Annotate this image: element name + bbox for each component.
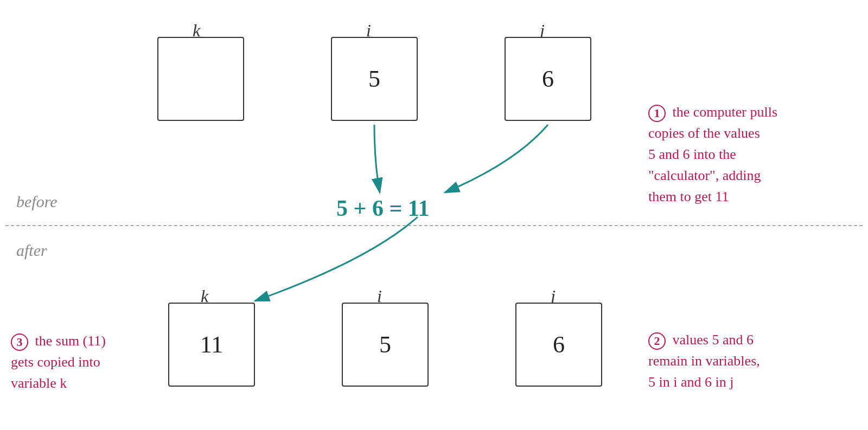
after-label: after (16, 241, 47, 260)
annotation-3: 3 the sum (11) gets copied into variable… (11, 309, 106, 394)
annotation-2: 2 values 5 and 6 remain in variables, 5 … (648, 308, 760, 393)
var-box-j-after: 6 (515, 303, 602, 387)
var-box-k-after: 11 (168, 303, 255, 387)
annotation-1: 1 the computer pulls copies of the value… (648, 80, 777, 207)
var-box-i-after: 5 (342, 303, 429, 387)
var-box-i-before: 5 (331, 37, 418, 121)
var-box-j-before: 6 (505, 37, 591, 121)
circle-3: 3 (11, 333, 28, 351)
equation: 5 + 6 = 11 (336, 195, 430, 221)
before-label: before (16, 192, 58, 211)
divider (5, 225, 863, 226)
circle-1: 1 (648, 105, 666, 122)
diagram: before after k i 5 j 6 5 + 6 = 11 k 11 i… (0, 0, 868, 430)
var-box-k-before (157, 37, 244, 121)
circle-2: 2 (648, 332, 666, 350)
